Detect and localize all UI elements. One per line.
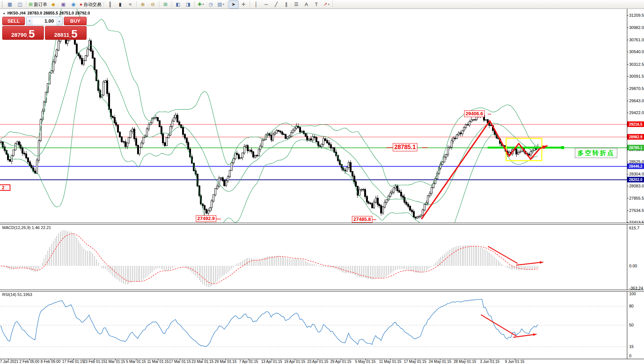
sell-price-button[interactable]: 28790 . 5 — [2, 26, 44, 40]
rsi-axis-label: 15 — [629, 344, 634, 349]
fibonacci-button[interactable]: ☰ — [291, 0, 301, 9]
new-order-label: 新订单 — [34, 1, 47, 8]
periods-button[interactable]: ◷ — [206, 0, 216, 9]
price-level-tag: 28785.1 — [627, 145, 644, 150]
chart-ohlc-quotes: 28783.0 28855.5 28751.0 28792.0 — [27, 11, 90, 15]
crosshair-button[interactable]: ✛ — [239, 0, 249, 9]
time-axis-label: 17 May 01:15 — [404, 360, 427, 364]
trendline-button[interactable]: ╱ — [271, 0, 281, 9]
price-chart-canvas[interactable] — [0, 9, 627, 224]
templates-button[interactable]: ▤▾ — [216, 0, 226, 9]
toolbar-separator — [194, 1, 195, 7]
price-axis-label: 27855.5 — [629, 196, 644, 200]
macd-indicator-label: MACD(12,26,9) 1.46 22.21 — [2, 225, 51, 230]
sell-button[interactable]: SELL — [2, 17, 25, 25]
panel-divider-macd[interactable] — [0, 223, 644, 225]
vertical-line-button[interactable]: │ — [251, 0, 261, 9]
collapse-quote-panel-icon[interactable]: ▲ — [3, 12, 6, 15]
candlestick-chart-icon: ▮ — [119, 1, 122, 8]
zoom-out-button[interactable]: ⊖ — [148, 0, 158, 9]
horizontal-line-icon: ─ — [265, 1, 268, 8]
new-chart-button[interactable]: ▦ — [5, 0, 15, 9]
price-annotation-label[interactable]: 27492.9 — [196, 215, 216, 222]
text-icon: A — [305, 1, 308, 8]
add-indicator-icon: ✚ — [198, 1, 202, 8]
time-axis-label: 27 Jan 2021 — [0, 360, 19, 364]
time-axis-label: 23 Feb 01:15 — [84, 360, 106, 364]
chevron-down-icon[interactable]: ▾ — [328, 1, 330, 8]
toolbar-grip — [2, 1, 4, 7]
new-chart-icon: ▦ — [7, 1, 12, 8]
price-annotation-label[interactable]: 29406.6 — [464, 110, 485, 117]
macd-axis-label: 0.00 — [629, 264, 637, 268]
rsi-axis-label: 80 — [629, 304, 634, 308]
rsi-chart-canvas[interactable] — [0, 291, 627, 359]
partial-price-label[interactable]: 2 — [0, 184, 10, 191]
time-axis-label: 5 Mar 01:15 — [126, 360, 146, 364]
buy-button[interactable]: BUY — [64, 17, 87, 25]
price-axis-label: 30982.0 — [629, 25, 644, 30]
arrows-tool-icon: ↗ — [323, 1, 327, 8]
new-order-button[interactable]: ⊞新订单 — [27, 0, 48, 9]
cursor-icon: ➤ — [232, 1, 236, 8]
autotrading-button[interactable]: ●自动交易 — [78, 0, 103, 9]
time-axis-label: 8 Feb 05:00 — [41, 360, 60, 364]
signals-button[interactable]: ◉ — [68, 0, 78, 9]
tile-windows-icon: ⊞ — [164, 1, 168, 8]
chart-symbol-period: HK50-,H4 — [7, 11, 26, 15]
metaeditor-button[interactable]: ◆ — [48, 0, 58, 9]
trendline-icon: ╱ — [275, 1, 278, 8]
chart-header: ▲ HK50-,H4 28783.0 28855.5 28751.0 28792… — [3, 11, 90, 15]
time-axis-label: 23 Mar 01:15 — [192, 360, 214, 364]
chart-profiles-button[interactable]: ◫ — [15, 0, 25, 9]
price-annotation-label[interactable]: 28785.1 — [393, 143, 417, 151]
equidistant-channel-icon: ∥ — [285, 1, 288, 8]
price-axis-label: 29422.0 — [629, 110, 644, 115]
toolbar-separator — [172, 1, 172, 7]
line-chart-button[interactable]: ≈ — [125, 0, 135, 9]
volume-down-button[interactable]: ▼ — [26, 17, 33, 25]
candlestick-chart-button[interactable]: ▮ — [115, 0, 125, 9]
rsi-axis-label: 0 — [629, 354, 631, 358]
price-annotation-label[interactable]: 27485.8 — [352, 216, 372, 223]
market-terminal-button[interactable]: ▣ — [58, 0, 68, 9]
arrange-windows-button[interactable]: ◧ — [173, 0, 183, 9]
cursor-button[interactable]: ➤ — [229, 0, 239, 9]
cascade-windows-button[interactable]: ◨ — [183, 0, 193, 9]
turning-point-label[interactable]: 多空转折点 — [575, 148, 617, 158]
text-button[interactable]: A — [301, 0, 311, 9]
one-click-trade-panel: SELL ▼ 1.00 ▲ BUY 28790 . 5 28811 . 5 — [2, 17, 88, 40]
equidistant-channel-button[interactable]: ∥ — [281, 0, 291, 9]
toolbar-separator — [227, 1, 227, 7]
volume-input[interactable]: 1.00 — [33, 17, 56, 25]
zoom-in-button[interactable]: ⊕ — [138, 0, 148, 9]
add-indicator-button[interactable]: ✚▾ — [196, 0, 206, 9]
templates-icon: ▤ — [217, 1, 222, 8]
time-axis-label: 3 Jun 01:15 — [480, 360, 499, 364]
horizontal-line-button[interactable]: ─ — [261, 0, 271, 9]
macd-chart-canvas[interactable] — [0, 224, 627, 291]
price-axis-label: 29643.0 — [629, 99, 644, 103]
tile-windows-button[interactable]: ⊞ — [161, 0, 171, 9]
bar-chart-button[interactable]: ║ — [105, 0, 115, 9]
time-axis-label: 28 May 01:15 — [454, 360, 476, 364]
price-axis-label: 30091.5 — [629, 74, 644, 78]
chevron-down-icon[interactable]: ▾ — [203, 1, 204, 8]
arrows-tool-button[interactable]: ↗▾ — [321, 0, 331, 9]
crosshair-icon: ✛ — [242, 1, 246, 8]
buy-price-button[interactable]: 28811 . 5 — [45, 26, 87, 40]
chevron-down-icon[interactable]: ▾ — [223, 1, 224, 8]
rsi-indicator-label: RSI(14) 51.1953 — [2, 292, 32, 297]
price-level-tag: 28982.9 — [627, 134, 644, 139]
periods-icon: ◷ — [209, 1, 213, 8]
time-axis-label: 29 Apr 01:15 — [330, 360, 352, 364]
text-label-button[interactable]: T — [311, 0, 321, 9]
panel-divider-rsi[interactable] — [0, 290, 644, 291]
buy-price-main: 28811 — [54, 31, 69, 39]
time-axis-label: 29 Mar 01:15 — [215, 360, 237, 364]
volume-up-button[interactable]: ▲ — [56, 17, 62, 25]
price-axis-label: 30312.5 — [629, 62, 644, 67]
time-axis-label: 23 Apr 01:15 — [307, 360, 329, 364]
time-axis-border — [0, 359, 644, 359]
price-axis-label: 31209.5 — [629, 13, 644, 17]
